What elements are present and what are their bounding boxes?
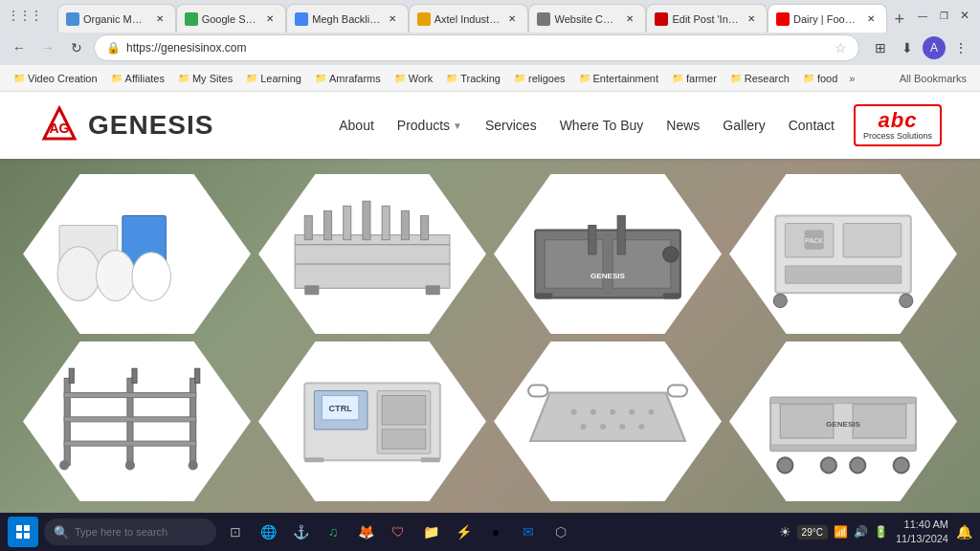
bookmark-learning[interactable]: 📁 Learning	[240, 71, 307, 86]
tab-3[interactable]: Megh Backlinks... ✕	[286, 4, 408, 33]
toolbar-icons: ⊞ ⬇ A ⋮	[869, 36, 972, 59]
svg-rect-45	[69, 368, 74, 383]
taskbar-search[interactable]: 🔍	[44, 518, 216, 545]
svg-rect-31	[785, 266, 901, 283]
bookmark-star-icon[interactable]: ☆	[835, 40, 847, 55]
bookmark-religoes[interactable]: 📁 religoes	[508, 71, 571, 86]
tab-title-1: Organic Mattre...	[83, 13, 148, 25]
site-logo[interactable]: AG GENESIS	[38, 104, 213, 146]
nav-gallery[interactable]: Gallery	[723, 118, 765, 133]
bookmark-video-creation[interactable]: 📁 Video Creation	[8, 71, 103, 86]
all-bookmarks-button[interactable]: All Bookmarks	[894, 71, 972, 86]
svg-rect-7	[295, 234, 450, 288]
address-field[interactable]: 🔒 https://genesisinox.com ☆	[94, 34, 859, 61]
apps-icon[interactable]: ⋮⋮⋮	[8, 9, 42, 22]
nav-services[interactable]: Services	[485, 118, 537, 133]
product-svg-3: GENESIS	[521, 193, 695, 316]
window-controls: — ❐ ✕	[915, 8, 972, 23]
nav-products[interactable]: Products ▼	[397, 118, 462, 133]
tab-6[interactable]: Edit Post 'Indus... ✕	[646, 4, 768, 33]
svg-rect-30	[843, 223, 902, 256]
taskbar-outlook-icon[interactable]: ✉	[515, 518, 542, 545]
tab-close-4[interactable]: ✕	[504, 11, 520, 27]
bookmark-research[interactable]: 📁 Research	[724, 71, 795, 86]
menu-icon[interactable]: ⋮	[949, 36, 972, 59]
bookmarks-more[interactable]: »	[845, 71, 858, 86]
product-image-3: GENESIS	[511, 187, 704, 322]
product-cell-2[interactable]	[258, 174, 486, 334]
tab-close-6[interactable]: ✕	[744, 11, 759, 27]
download-icon[interactable]: ⬇	[896, 36, 919, 59]
product-cell-7[interactable]	[494, 342, 722, 501]
bookmark-entertainment[interactable]: 📁 Entertainment	[573, 71, 664, 86]
network-icon[interactable]: 📶	[834, 525, 848, 539]
new-tab-button[interactable]: +	[887, 6, 911, 33]
bookmark-food[interactable]: 📁 food	[797, 71, 843, 86]
bookmark-work[interactable]: 📁 Work	[389, 71, 438, 86]
tab-favicon-4	[417, 12, 431, 26]
bookmark-icon: 📁	[178, 73, 189, 83]
svg-rect-55	[304, 457, 323, 462]
extensions-icon[interactable]: ⊞	[869, 36, 892, 59]
taskbar-chrome-icon[interactable]: ●	[482, 518, 509, 545]
tab-7[interactable]: Dairy | Food | P... ✕	[768, 4, 887, 33]
taskbar-app-icon[interactable]: ⬡	[547, 518, 574, 545]
svg-point-60	[571, 408, 577, 414]
product-cell-3[interactable]: GENESIS	[494, 174, 722, 334]
svg-point-63	[629, 408, 635, 414]
taskbar-edge-icon[interactable]: ⚡	[450, 518, 477, 545]
product-cell-5[interactable]	[23, 342, 251, 501]
taskbar-firefox-icon[interactable]: 🦊	[352, 518, 379, 545]
tab-close-7[interactable]: ✕	[863, 11, 879, 27]
taskbar-search-input[interactable]	[75, 526, 199, 538]
url-text[interactable]: https://genesisinox.com	[126, 41, 829, 55]
taskbar-spotify-icon[interactable]: ♫	[320, 518, 346, 545]
back-button[interactable]: ←	[8, 36, 31, 59]
product-svg-6: CTRL	[285, 361, 459, 483]
tab-2[interactable]: Google Sheets ✕	[176, 4, 287, 33]
nav-where-to-buy[interactable]: Where To Buy	[560, 118, 644, 133]
product-cell-1[interactable]	[23, 174, 251, 334]
windows-start-button[interactable]	[8, 517, 38, 547]
svg-rect-39	[64, 392, 196, 397]
bookmark-affiliates[interactable]: 📁 Affiliates	[105, 71, 170, 86]
minimize-button[interactable]: —	[915, 8, 930, 23]
taskbar-ship-icon[interactable]: ⚓	[287, 518, 314, 545]
refresh-button[interactable]: ↻	[65, 36, 88, 59]
bookmark-tracking[interactable]: 📁 Tracking	[440, 71, 506, 86]
close-button[interactable]: ✕	[957, 8, 972, 23]
svg-rect-40	[64, 416, 196, 421]
product-cell-6[interactable]: CTRL	[258, 342, 486, 501]
svg-rect-22	[589, 225, 596, 253]
taskbar-shield-icon[interactable]: 🛡	[385, 518, 412, 545]
tab-close-3[interactable]: ✕	[385, 11, 400, 27]
svg-rect-47	[195, 368, 200, 383]
battery-icon[interactable]: 🔋	[874, 525, 888, 539]
forward-button[interactable]: →	[36, 36, 59, 59]
taskbar-files-icon[interactable]: 📁	[417, 518, 444, 545]
nav-news[interactable]: News	[666, 118, 700, 133]
bookmark-farmer[interactable]: 📁 farmer	[666, 71, 723, 86]
tab-4[interactable]: Axtel Industries... ✕	[409, 4, 529, 33]
notifications-icon[interactable]: 🔔	[956, 524, 972, 540]
product-cell-4[interactable]: PACK	[729, 174, 957, 334]
nav-contact[interactable]: Contact	[789, 118, 835, 133]
tab-5[interactable]: Website Conte... ✕	[528, 4, 646, 33]
bookmark-my-sites[interactable]: 📁 My Sites	[172, 71, 238, 86]
restore-button[interactable]: ❐	[936, 8, 951, 23]
tab-1[interactable]: Organic Mattre... ✕	[57, 4, 176, 33]
volume-icon[interactable]: 🔊	[854, 525, 868, 539]
profile-icon[interactable]: A	[923, 36, 946, 59]
task-view-icon[interactable]: ⊡	[222, 518, 249, 545]
svg-text:CTRL: CTRL	[328, 403, 352, 412]
product-cell-8[interactable]: GENESIS	[729, 342, 957, 501]
taskbar-browser-icon[interactable]: 🌐	[255, 518, 281, 545]
tab-close-5[interactable]: ✕	[622, 11, 637, 27]
product-svg-5	[50, 361, 224, 483]
nav-about[interactable]: About	[339, 118, 374, 133]
bookmark-amrafarms[interactable]: 📁 Amrafarms	[309, 71, 387, 86]
tab-close-2[interactable]: ✕	[262, 11, 278, 27]
clock[interactable]: 11:40 AM 11/13/2024	[896, 518, 948, 547]
partner-logo-text: abc	[879, 110, 918, 131]
tab-close-1[interactable]: ✕	[152, 11, 167, 27]
